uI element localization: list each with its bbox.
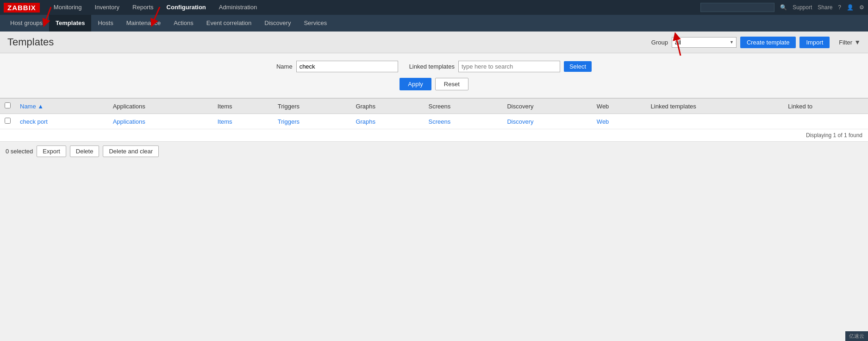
create-template-button[interactable]: Create template <box>740 37 796 48</box>
group-label: Group <box>651 39 668 46</box>
table-header: Name ▲ Applications Items Triggers Graph… <box>0 99 868 114</box>
row-triggers-link[interactable]: Triggers <box>278 118 300 125</box>
templates-table: Name ▲ Applications Items Triggers Graph… <box>0 98 868 129</box>
row-items-cell: Items <box>213 114 273 129</box>
filter-buttons: Apply Reset <box>0 78 868 90</box>
top-nav-items: Monitoring Inventory Reports Configurati… <box>47 0 700 15</box>
table-body: check port Applications Items Triggers G… <box>0 114 868 129</box>
subnav-host-groups[interactable]: Host groups <box>4 15 49 32</box>
name-filter-input[interactable] <box>296 61 398 72</box>
row-screens-link[interactable]: Screens <box>429 118 451 125</box>
table-row: check port Applications Items Triggers G… <box>0 114 868 129</box>
row-name-cell: check port <box>15 114 108 129</box>
subnav-templates[interactable]: Templates <box>49 15 91 32</box>
linked-templates-input[interactable] <box>458 61 560 72</box>
col-items[interactable]: Items <box>213 99 273 114</box>
row-items-link[interactable]: Items <box>218 118 232 125</box>
subnav-actions[interactable]: Actions <box>167 15 200 32</box>
help-icon[interactable]: ? <box>838 4 841 11</box>
row-checkbox-cell <box>0 114 15 129</box>
nav-inventory[interactable]: Inventory <box>88 0 126 15</box>
search-icon[interactable]: 🔍 <box>780 4 787 11</box>
filter-panel: Name Linked templates Select Apply Reset <box>0 53 868 98</box>
nav-configuration[interactable]: Configuration <box>160 0 212 15</box>
sort-asc-icon: ▲ <box>37 103 44 110</box>
subnav-event-correlation[interactable]: Event correlation <box>200 15 258 32</box>
filter-area: Filter ▼ <box>839 38 861 46</box>
row-web-link[interactable]: Web <box>597 118 609 125</box>
nav-monitoring[interactable]: Monitoring <box>47 0 88 15</box>
row-applications-cell: Applications <box>108 114 213 129</box>
reset-button[interactable]: Reset <box>435 78 468 90</box>
col-name[interactable]: Name ▲ <box>15 99 108 114</box>
page-title: Templates <box>7 36 54 48</box>
row-screens-cell: Screens <box>424 114 503 129</box>
select-all-checkbox[interactable] <box>5 102 11 108</box>
top-nav-right: 🔍 Support Share ? 👤 ⚙ <box>700 3 864 12</box>
subnav-services[interactable]: Services <box>297 15 333 32</box>
col-applications[interactable]: Applications <box>108 99 213 114</box>
col-web[interactable]: Web <box>592 99 646 114</box>
displaying-text: Displaying 1 of 1 found <box>0 129 868 141</box>
export-button[interactable]: Export <box>37 145 66 157</box>
row-checkbox[interactable] <box>5 118 11 124</box>
settings-icon[interactable]: ⚙ <box>859 4 864 11</box>
row-applications-link[interactable]: Applications <box>113 118 145 125</box>
table-container: Name ▲ Applications Items Triggers Graph… <box>0 98 868 141</box>
name-filter-field: Name <box>276 61 398 72</box>
row-discovery-cell: Discovery <box>502 114 592 129</box>
col-linked-to[interactable]: Linked to <box>783 99 868 114</box>
delete-button[interactable]: Delete <box>70 145 100 157</box>
nav-administration[interactable]: Administration <box>212 0 263 15</box>
group-select-wrapper[interactable]: all <box>672 37 737 48</box>
col-linked-templates[interactable]: Linked templates <box>646 99 784 114</box>
delete-and-clear-button[interactable]: Delete and clear <box>103 145 159 157</box>
filter-row-fields: Name Linked templates Select <box>0 61 868 72</box>
search-input[interactable] <box>700 3 774 12</box>
import-button[interactable]: Import <box>799 37 830 48</box>
name-filter-label: Name <box>276 63 293 70</box>
row-name-link[interactable]: check port <box>20 118 48 125</box>
status-bar: 0 selected Export Delete Delete and clea… <box>0 141 868 161</box>
col-name-label: Name <box>20 103 36 110</box>
subnav-discovery[interactable]: Discovery <box>258 15 297 32</box>
select-all-header <box>0 99 15 114</box>
row-discovery-link[interactable]: Discovery <box>507 118 533 125</box>
linked-templates-label: Linked templates <box>409 63 455 70</box>
row-linked-to-cell <box>783 114 868 129</box>
col-screens[interactable]: Screens <box>424 99 503 114</box>
row-linked-templates-cell <box>646 114 784 129</box>
row-graphs-cell: Graphs <box>351 114 424 129</box>
logo: ZABBIX <box>4 3 40 13</box>
filter-icon[interactable]: ▼ <box>854 38 861 46</box>
user-icon[interactable]: 👤 <box>847 4 854 11</box>
col-discovery[interactable]: Discovery <box>502 99 592 114</box>
apply-button[interactable]: Apply <box>400 78 431 90</box>
subnav-hosts[interactable]: Hosts <box>91 15 119 32</box>
page-header-right: Group all Create template Import Filter … <box>651 37 861 48</box>
sub-nav: Host groups Templates Hosts Maintenance … <box>0 15 868 32</box>
top-nav: ZABBIX Monitoring Inventory Reports Conf… <box>0 0 868 15</box>
selected-count: 0 selected <box>6 148 33 155</box>
linked-templates-filter-field: Linked templates Select <box>409 61 592 72</box>
nav-reports[interactable]: Reports <box>126 0 160 15</box>
share-link[interactable]: Share <box>818 4 832 11</box>
subnav-maintenance[interactable]: Maintenance <box>120 15 167 32</box>
col-graphs[interactable]: Graphs <box>351 99 424 114</box>
group-select[interactable]: all <box>672 37 737 48</box>
col-triggers[interactable]: Triggers <box>273 99 351 114</box>
page-header: Templates Group all Create template Impo… <box>0 32 868 53</box>
filter-label: Filter <box>839 39 852 46</box>
row-web-cell: Web <box>592 114 646 129</box>
row-triggers-cell: Triggers <box>273 114 351 129</box>
row-graphs-link[interactable]: Graphs <box>356 118 375 125</box>
support-link[interactable]: Support <box>793 4 812 11</box>
select-button[interactable]: Select <box>564 61 592 72</box>
